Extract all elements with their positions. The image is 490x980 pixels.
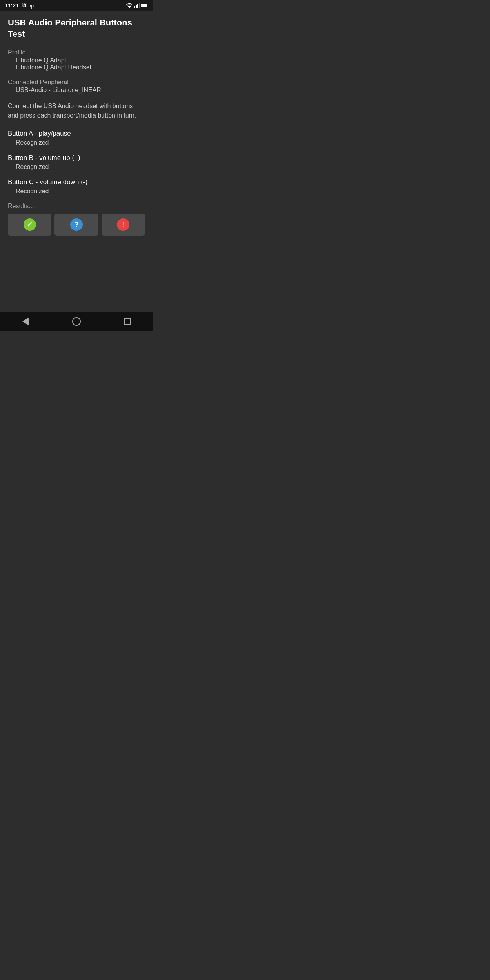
wifi-icon xyxy=(126,3,132,8)
recent-button[interactable] xyxy=(118,312,137,331)
pass-button[interactable]: ✓ xyxy=(8,214,51,236)
svg-rect-4 xyxy=(139,3,140,8)
question-icon: ? xyxy=(70,218,83,231)
status-time: 11:21 xyxy=(5,2,19,9)
nav-bar xyxy=(0,312,153,331)
unknown-button[interactable]: ? xyxy=(54,214,98,236)
profile-item-2: Libratone Q Adapt Headset xyxy=(8,64,145,71)
svg-rect-2 xyxy=(136,5,137,8)
connected-peripheral-section: Connected Peripheral USB-Audio - Librato… xyxy=(8,79,145,94)
button-c-name: Button C - volume down (-) xyxy=(8,178,145,186)
button-a-name: Button A - play/pause xyxy=(8,130,145,138)
profile-label: Profile xyxy=(8,49,145,56)
signal-icon xyxy=(134,3,140,8)
description-text: Connect the USB Audio headset with butto… xyxy=(8,102,145,120)
svg-rect-3 xyxy=(137,4,138,8)
button-c-section: Button C - volume down (-) Recognized xyxy=(8,178,145,195)
button-b-status: Recognized xyxy=(8,163,145,171)
image-icon: 🖼 xyxy=(22,3,27,8)
button-a-section: Button A - play/pause Recognized xyxy=(8,130,145,146)
main-content: USB Audio Peripheral Buttons Test Profil… xyxy=(0,11,153,312)
button-b-name: Button B - volume up (+) xyxy=(8,154,145,162)
home-button[interactable] xyxy=(67,312,86,331)
profile-section: Profile Libratone Q Adapt Libratone Q Ad… xyxy=(8,49,145,71)
button-c-status: Recognized xyxy=(8,188,145,195)
connected-peripheral-device: USB-Audio - Libratone_INEAR xyxy=(8,87,145,94)
status-bar-left: 11:21 🖼 ip xyxy=(5,2,34,9)
button-b-section: Button B - volume up (+) Recognized xyxy=(8,154,145,171)
svg-rect-1 xyxy=(134,6,135,8)
battery-icon xyxy=(141,4,148,7)
results-label: Results... xyxy=(8,203,145,210)
status-bar-right xyxy=(126,3,148,8)
svg-point-0 xyxy=(129,7,130,8)
check-icon: ✓ xyxy=(24,218,36,231)
exclamation-icon: ! xyxy=(117,218,129,231)
home-icon xyxy=(72,317,81,326)
page-title: USB Audio Peripheral Buttons Test xyxy=(8,17,145,40)
fail-button[interactable]: ! xyxy=(102,214,145,236)
profile-item-1: Libratone Q Adapt xyxy=(8,57,145,64)
back-button[interactable] xyxy=(16,312,35,331)
result-buttons-container: ✓ ? ! xyxy=(8,214,145,236)
status-bar: 11:21 🖼 ip xyxy=(0,0,153,11)
back-icon xyxy=(22,318,29,325)
button-a-status: Recognized xyxy=(8,139,145,146)
ip-label: ip xyxy=(30,3,34,9)
recent-icon xyxy=(124,318,131,325)
connected-peripheral-label: Connected Peripheral xyxy=(8,79,145,86)
